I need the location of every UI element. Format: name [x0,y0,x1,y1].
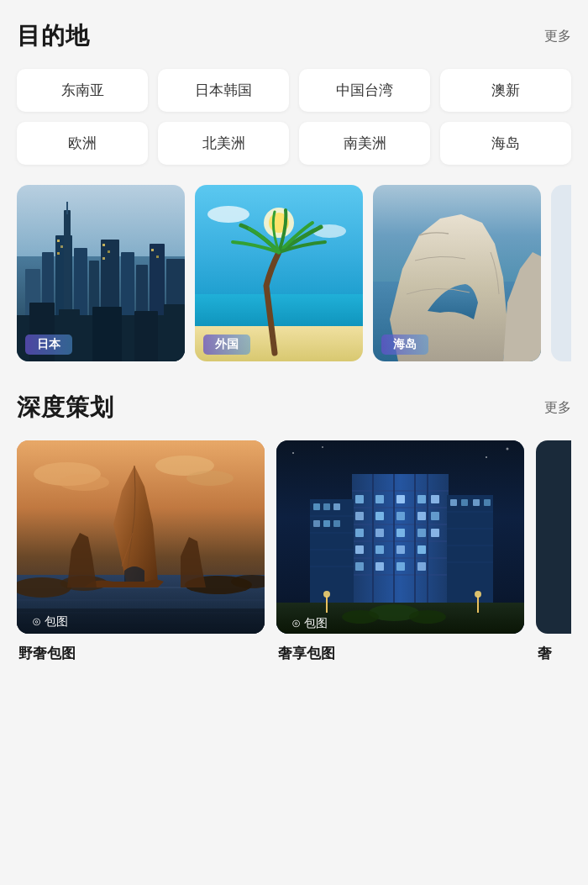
tag-island[interactable]: 海岛 [440,122,571,165]
tag-china-taiwan[interactable]: 中国台湾 [299,69,430,112]
svg-text:⊙ 包图: ⊙ 包图 [291,616,328,630]
svg-rect-86 [396,529,405,537]
deep-planning-section: 深度策划 更多 [17,392,571,663]
svg-rect-107 [333,520,340,527]
tag-southeast-asia[interactable]: 东南亚 [17,69,148,112]
svg-point-45 [59,474,109,491]
svg-rect-78 [431,495,439,503]
svg-rect-63 [352,474,449,604]
svg-rect-82 [417,512,426,520]
deep-planning-header: 深度策划 更多 [17,392,571,424]
svg-point-62 [507,448,509,450]
dest-card-beach[interactable]: 外国 [195,185,363,361]
svg-text:⊙ 包图: ⊙ 包图 [32,614,68,628]
deep-card-luxury[interactable]: ⊙ 包图 奢享包图 [276,440,524,663]
svg-rect-76 [396,495,405,503]
svg-rect-81 [396,512,405,520]
deep-card-extra[interactable]: 奢 [536,440,571,663]
svg-rect-16 [57,252,60,255]
destination-tag-grid: 东南亚 日本韩国 中国台湾 澳新 欧洲 北美洲 南美洲 海岛 [17,69,571,165]
svg-rect-27 [164,304,185,361]
page-container: 目的地 更多 东南亚 日本韩国 中国台湾 澳新 欧洲 北美洲 南美洲 海岛 [0,0,588,702]
wild-card-svg: ⊙ 包图 [17,440,265,634]
svg-rect-89 [355,545,364,554]
svg-rect-21 [156,255,159,258]
svg-point-60 [322,446,323,448]
svg-point-33 [207,206,249,223]
svg-rect-77 [417,495,426,503]
svg-text:外国: 外国 [214,337,239,350]
svg-rect-74 [355,495,364,503]
beach-card-image: 外国 [195,185,363,361]
svg-rect-97 [310,499,354,604]
destination-more-link[interactable]: 更多 [544,28,571,45]
svg-rect-17 [102,244,105,246]
svg-text:日本: 日本 [37,337,61,350]
svg-point-121 [475,591,481,598]
extra-card-title: 奢 [536,644,571,663]
svg-point-61 [486,456,487,458]
svg-point-47 [186,471,234,486]
svg-rect-83 [431,512,439,520]
svg-point-59 [292,452,294,454]
tag-europe[interactable]: 欧洲 [17,122,148,165]
svg-rect-103 [323,503,330,510]
tag-south-america[interactable]: 南美洲 [299,122,430,165]
luxury-card-svg: ⊙ 包图 [276,440,524,634]
tag-japan-korea[interactable]: 日本韩国 [158,69,289,112]
svg-rect-88 [431,529,439,537]
svg-rect-6 [66,202,68,214]
island-card-image: 海岛 [373,185,541,361]
svg-rect-93 [355,562,364,571]
svg-rect-26 [134,311,158,361]
dest-card-island[interactable]: 海岛 [373,185,541,361]
svg-rect-115 [473,499,480,506]
deep-planning-more-link[interactable]: 更多 [544,399,571,417]
svg-rect-94 [375,562,384,571]
wild-card-title: 野奢包图 [17,644,265,663]
svg-rect-95 [396,562,405,571]
svg-rect-20 [151,249,154,251]
svg-rect-104 [333,503,340,510]
svg-rect-15 [60,245,63,248]
tag-north-america[interactable]: 北美洲 [158,122,289,165]
svg-rect-80 [375,512,384,520]
svg-rect-85 [375,529,384,537]
svg-rect-91 [396,545,405,554]
svg-rect-19 [102,257,105,260]
svg-rect-84 [355,529,364,537]
svg-rect-113 [450,499,457,506]
svg-rect-18 [108,250,110,253]
dest-card-japan[interactable]: 日本 [17,185,185,361]
destination-title: 目的地 [17,20,90,52]
svg-rect-105 [313,520,320,527]
svg-rect-114 [461,499,468,506]
deep-planning-cards-row: ⊙ 包图 野奢包图 [17,440,571,663]
luxury-card-title: 奢享包图 [276,644,524,663]
svg-point-119 [323,591,330,598]
svg-rect-79 [355,512,364,520]
destination-cards-row: 日本 [17,185,571,361]
svg-rect-87 [417,529,426,537]
svg-rect-106 [323,520,330,527]
svg-rect-75 [375,495,384,503]
japan-card-image: 日本 [17,185,185,361]
svg-point-124 [409,610,446,624]
tag-aus-nz[interactable]: 澳新 [440,69,571,112]
luxury-card-image: ⊙ 包图 [276,440,524,634]
deep-card-wild[interactable]: ⊙ 包图 野奢包图 [17,440,265,663]
svg-rect-116 [484,499,491,506]
svg-text:海岛: 海岛 [393,337,417,350]
svg-rect-92 [417,545,426,554]
destination-section-header: 目的地 更多 [17,20,571,52]
svg-rect-102 [313,503,320,510]
deep-planning-title: 深度策划 [17,392,114,424]
svg-point-123 [342,610,379,624]
dest-card-extra[interactable] [551,185,571,361]
svg-rect-90 [375,545,384,554]
wild-card-image: ⊙ 包图 [17,440,265,634]
svg-rect-96 [417,562,426,571]
svg-rect-14 [57,240,60,242]
svg-rect-30 [195,185,363,294]
svg-rect-25 [92,307,122,361]
